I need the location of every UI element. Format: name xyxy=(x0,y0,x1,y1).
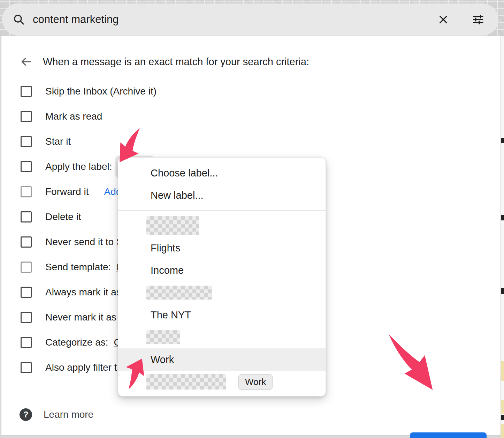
work-tooltip-badge: Work xyxy=(238,374,273,390)
checkbox-never-spam[interactable] xyxy=(21,236,32,248)
row-label: Categorize as: xyxy=(45,337,108,348)
menu-divider xyxy=(118,210,326,211)
menu-item-redacted-2[interactable] xyxy=(118,281,326,304)
close-icon xyxy=(438,14,449,25)
checkbox-delete-it[interactable] xyxy=(21,211,32,222)
menu-item-redacted-3[interactable] xyxy=(118,326,326,348)
row-mark-as-read: Mark as read xyxy=(1,104,501,129)
row-star-it: Star it xyxy=(1,129,501,154)
menu-item-redacted-1[interactable] xyxy=(118,214,326,237)
menu-item-redacted-4[interactable]: Work xyxy=(118,371,326,393)
search-icon xyxy=(13,13,25,26)
background-page-sliver xyxy=(501,36,504,438)
create-filter-button[interactable]: Create filter xyxy=(410,432,487,438)
checkbox-apply-label[interactable] xyxy=(21,161,32,172)
learn-more-link[interactable]: Learn more xyxy=(44,409,93,420)
row-label: Send template: xyxy=(45,262,111,273)
checkbox-also-apply[interactable] xyxy=(21,362,32,373)
redacted-label xyxy=(146,216,199,235)
search-input[interactable]: content marketing xyxy=(33,13,434,26)
row-label: Skip the Inbox (Archive it) xyxy=(45,86,156,97)
menu-item-new-label[interactable]: New label... xyxy=(118,184,326,206)
checkbox-always-important[interactable] xyxy=(21,287,32,298)
row-label: Delete it xyxy=(45,211,81,222)
row-label: Mark as read xyxy=(45,111,102,122)
row-label: Star it xyxy=(45,136,71,147)
checkbox-forward-it[interactable] xyxy=(21,186,32,197)
search-bar[interactable]: content marketing xyxy=(2,3,498,36)
tune-icon xyxy=(472,14,484,25)
checkbox-mark-as-read[interactable] xyxy=(21,111,32,122)
row-label: Apply the label: xyxy=(45,161,112,172)
back-button[interactable] xyxy=(20,55,32,68)
row-label: Also apply filter t xyxy=(45,362,117,373)
menu-item-flights[interactable]: Flights xyxy=(118,237,326,259)
help-icon[interactable]: ? xyxy=(20,408,32,421)
label-dropdown-menu: Choose label... New label... Flights Inc… xyxy=(118,157,326,397)
redacted-label xyxy=(146,286,212,300)
page-title: When a message is an exact match for you… xyxy=(43,56,309,68)
row-label: Always mark it as xyxy=(45,287,121,298)
menu-item-income[interactable]: Income xyxy=(118,259,326,281)
search-options-button[interactable] xyxy=(468,10,488,29)
checkbox-send-template[interactable] xyxy=(21,262,32,273)
row-label: Never mark it as i xyxy=(45,312,121,323)
menu-item-choose-label[interactable]: Choose label... xyxy=(118,162,326,184)
checkbox-skip-inbox[interactable] xyxy=(21,86,32,97)
row-skip-inbox: Skip the Inbox (Archive it) xyxy=(1,79,501,104)
checkbox-categorize-as[interactable] xyxy=(21,337,32,348)
arrow-left-icon xyxy=(20,56,32,68)
checkbox-star-it[interactable] xyxy=(21,136,32,147)
row-label: Forward it xyxy=(45,186,89,197)
redacted-label xyxy=(146,374,226,390)
checkbox-never-important[interactable] xyxy=(21,312,32,323)
redacted-label xyxy=(146,330,180,344)
search-header-background: content marketing xyxy=(0,0,504,36)
clear-search-button[interactable] xyxy=(434,10,453,29)
row-label: Never send it to S xyxy=(45,236,123,248)
menu-item-work[interactable]: Work xyxy=(118,348,326,371)
menu-item-the-nyt[interactable]: The NYT xyxy=(118,304,326,326)
